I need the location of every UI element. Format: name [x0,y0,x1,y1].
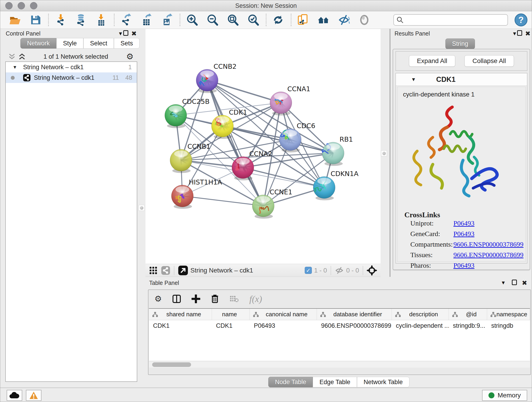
export-network-button[interactable] [120,13,133,27]
column-header-name[interactable]: name [212,309,250,320]
crosslink-link[interactable]: 9606.ENSP00000378699 [453,251,524,259]
network-node-CDC25B[interactable]: CDC25B [165,98,210,128]
expand-all-button[interactable]: Expand All [409,55,455,67]
export-table-button[interactable] [140,13,153,27]
collapse-panel-icon[interactable]: ▼ [501,280,506,286]
float-panel-icon[interactable] [512,280,517,286]
string-view-icon[interactable] [161,266,170,275]
node-position-icon[interactable] [367,265,377,275]
search-field[interactable] [393,14,508,26]
tab-style[interactable]: Style [56,38,83,49]
tab-select[interactable]: Select [83,38,114,49]
delete-table-icon[interactable] [230,295,239,303]
table-cell[interactable]: 9606.ENSP00000378699 [317,320,392,331]
crosslink-link[interactable]: 9606.ENSP00000378699 [453,240,524,248]
crosslink-link[interactable]: P06493 [453,219,475,227]
save-session-button[interactable] [29,13,42,27]
show-all-button[interactable] [358,13,371,27]
export-image-button[interactable] [160,13,174,27]
zoom-in-button[interactable] [185,13,199,27]
column-header-shared-name[interactable]: shared name [149,309,212,320]
right-splitter-handle[interactable] [381,150,387,156]
network-row[interactable]: String Network – cdk1 11 48 [6,72,137,83]
table-tabs: Node TableEdge TableNetwork Table [146,377,532,387]
close-panel-icon[interactable]: ✖ [522,279,527,287]
collapse-panel-icon[interactable]: ▼ [512,31,517,37]
expand-all-icon[interactable] [19,53,25,60]
gene-entry: ▼ CDK1 cyclin-dependent kinase 1 [395,73,527,264]
help-button[interactable]: ? [515,13,527,26]
collapse-panel-icon[interactable]: ▼ [118,31,123,37]
network-edge-CCNB2-CCNE1[interactable] [207,80,263,206]
scrollbar-thumb[interactable] [152,362,191,367]
cloud-status-button[interactable] [7,390,22,401]
network-canvas[interactable]: CCNB2CCNA1CDC25BCDK1CDC6RB1CCNB1CCNA2CDK… [146,29,380,264]
warning-status-button[interactable] [26,390,41,401]
column-header-description[interactable]: description [392,309,449,320]
tab-node-table[interactable]: Node Table [268,377,313,387]
open-session-button[interactable] [8,13,22,27]
close-panel-icon[interactable]: ✖ [525,30,530,37]
network-edge-HIST1H1A-CCNE1[interactable] [182,196,263,206]
table-horizontal-scrollbar[interactable] [149,361,530,368]
add-column-icon[interactable] [191,294,200,303]
network-node-RB1[interactable]: RB1 [322,135,353,166]
close-panel-icon[interactable]: ✖ [131,30,137,37]
hidden-eye-icon[interactable] [335,266,344,275]
zoom-fit-button[interactable] [226,13,239,27]
delete-column-icon[interactable] [211,294,219,303]
network-node-CCNE1[interactable]: CCNE1 [252,188,292,219]
tab-sets[interactable]: Sets [114,38,139,49]
collapse-all-button[interactable]: Collapse All [464,55,514,67]
selected-nodes-checkbox[interactable]: ✓ [305,267,312,274]
first-neighbors-button[interactable] [297,13,310,27]
node-table[interactable]: shared namenamecanonical namedatabase id… [149,308,530,361]
float-panel-icon[interactable] [123,30,128,37]
hide-selected-button[interactable] [337,13,351,27]
table-row[interactable]: CDK1CDK1P064939606.ENSP00000378699cyclin… [149,320,530,331]
memory-button[interactable]: Memory [482,390,527,401]
tab-network-table[interactable]: Network Table [357,377,409,387]
table-options-gear-icon[interactable]: ⚙ [154,295,162,303]
table-cell[interactable]: CDK1 [212,320,250,331]
zoom-out-button[interactable] [206,13,219,27]
tab-network[interactable]: Network [20,38,56,49]
left-splitter-handle[interactable] [139,205,145,211]
function-builder-icon[interactable]: f(x) [249,294,262,304]
network-options-gear-icon[interactable]: ⚙ [126,52,133,61]
column-header-canonical-name[interactable]: canonical name [250,309,317,320]
network-collection-row[interactable]: ▼ String Network – cdk1 1 [6,62,137,72]
table-cell[interactable]: P06493 [250,320,317,331]
expander-icon[interactable]: ▼ [13,65,17,70]
column-header-database-identifier[interactable]: database identifier [317,309,392,320]
crosslink-link[interactable]: P06493 [453,230,475,238]
network-node-CDKN1A[interactable]: CDKN1A [313,170,359,200]
tab-edge-table[interactable]: Edge Table [313,377,357,387]
column-header-namespace[interactable]: namespace [487,309,530,320]
float-panel-icon[interactable] [517,30,522,37]
title-bar: Session: New Session [0,0,532,11]
zoom-selected-button[interactable] [247,13,260,27]
table-cell[interactable]: cyclin-dependent ... [392,320,449,331]
search-input[interactable] [406,17,507,24]
gene-entry-header[interactable]: ▼ CDK1 [396,73,527,86]
table-cell[interactable]: stringdb:9... [449,320,487,331]
import-database-button[interactable] [74,13,88,27]
network-node-CDK1[interactable]: CDK1 [211,108,247,139]
birds-eye-view-icon[interactable] [149,266,157,274]
tab-string[interactable]: String [445,38,475,49]
network-node-HIST1H1A[interactable]: HIST1H1A [171,178,222,209]
import-network-button[interactable] [54,13,67,27]
open-in-window-icon[interactable] [178,265,188,275]
collapse-all-icon[interactable] [8,53,15,60]
refresh-button[interactable] [272,13,285,27]
import-table-button[interactable] [95,13,108,27]
column-header--id[interactable]: @id [449,309,487,320]
table-cell[interactable]: stringdb [487,320,530,331]
show-columns-icon[interactable] [172,294,181,303]
collapse-entry-icon[interactable]: ▼ [411,77,416,83]
crosslink-link[interactable]: P06493 [453,262,475,269]
network-edge-CCNB2-CCNA1[interactable] [207,80,281,103]
home-button[interactable] [317,13,330,27]
table-cell[interactable]: CDK1 [149,320,212,331]
